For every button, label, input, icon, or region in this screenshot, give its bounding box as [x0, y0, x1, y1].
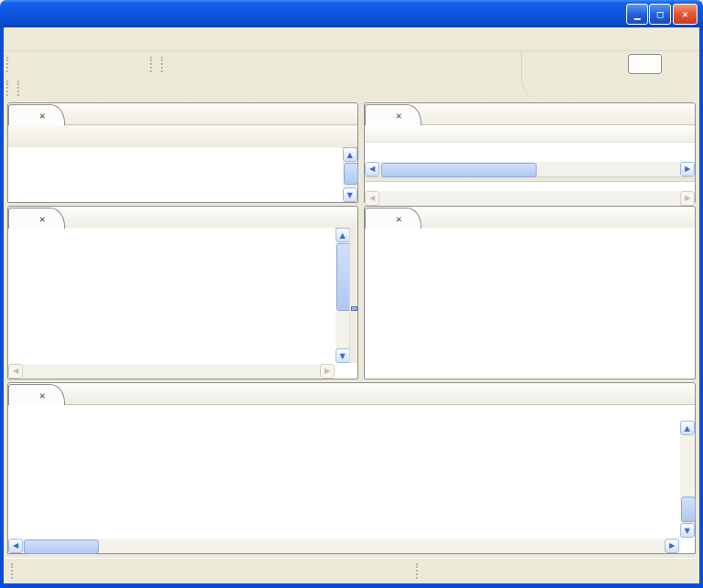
scroll-up-icon[interactable]: ▲: [680, 421, 695, 435]
minimize-view-button[interactable]: [319, 105, 336, 123]
maximize-view-button[interactable]: [675, 208, 692, 226]
tab-tasks[interactable]: [65, 384, 95, 404]
tab-hello-go[interactable]: ✕: [8, 208, 65, 229]
scroll-right-icon[interactable]: ▶: [665, 539, 679, 553]
console-hscrollbar[interactable]: ◀ ▶: [8, 538, 679, 553]
titlebar[interactable]: ▁ □ ✕: [0, 0, 703, 27]
maximize-view-button[interactable]: [337, 105, 355, 123]
perspective-switcher: [605, 53, 694, 75]
tab-variables[interactable]: ✕: [365, 104, 421, 125]
scroll-up-icon[interactable]: ▲: [343, 147, 357, 162]
window-border-right: [699, 27, 703, 583]
editor-hscrollbar-disabled: ◀ ▶: [8, 363, 335, 379]
close-icon[interactable]: ✕: [396, 110, 402, 122]
perspective-bar-divider: [521, 51, 544, 99]
scroll-left-icon[interactable]: ◀: [8, 539, 23, 553]
status-bar: [4, 558, 699, 583]
scroll-down-icon[interactable]: ▼: [343, 187, 357, 202]
tab-outline[interactable]: ✕: [365, 208, 421, 229]
window-close-button[interactable]: ✕: [673, 4, 698, 25]
overview-ruler[interactable]: [349, 228, 357, 363]
editor-vscrollbar[interactable]: ▲ ▼: [335, 228, 350, 363]
minimize-view-button[interactable]: [319, 208, 336, 226]
variables-table-empty[interactable]: [365, 143, 695, 161]
outline-tree: [365, 228, 695, 379]
debug-tree-vscrollbar[interactable]: ▲ ▼: [342, 147, 357, 202]
window-border-left: [0, 27, 4, 583]
console-icon: [14, 388, 28, 402]
debug-perspective-icon: [634, 57, 648, 71]
scroll-right-icon[interactable]: ▶: [680, 162, 695, 176]
perspective-debug-button[interactable]: [628, 54, 662, 74]
close-icon[interactable]: ✕: [396, 213, 402, 225]
debug-view-icon: [14, 108, 28, 123]
window-minimize-button[interactable]: ▁: [626, 4, 648, 25]
scroll-up-icon[interactable]: ▲: [336, 228, 350, 242]
scroll-down-icon[interactable]: ▼: [336, 348, 350, 363]
outline-view: ✕: [364, 206, 696, 380]
open-perspective-button[interactable]: [605, 56, 623, 73]
minimize-view-button[interactable]: [656, 208, 674, 226]
scroll-left-icon: ◀: [8, 364, 23, 379]
code-editor-area[interactable]: [8, 228, 335, 363]
fast-view-button[interactable]: [19, 562, 37, 580]
scroll-right-icon: ▶: [680, 191, 695, 206]
console-vscrollbar[interactable]: ▲ ▼: [679, 421, 695, 538]
console-view: ✕ ▲ ▼ ◀ ▶: [7, 382, 696, 554]
breakpoints-icon: [426, 107, 441, 122]
close-icon[interactable]: ✕: [39, 213, 46, 225]
close-icon[interactable]: ✕: [39, 390, 46, 401]
go-perspective-icon: [671, 57, 686, 71]
variables-icon: [370, 108, 385, 123]
eclipse-window: { "window": {"title": "Debug - testGo/sr…: [0, 0, 703, 588]
maximize-view-button[interactable]: [337, 208, 355, 226]
outline-icon: [370, 211, 385, 226]
close-icon[interactable]: ✕: [39, 110, 46, 122]
scroll-left-icon[interactable]: ◀: [365, 162, 379, 176]
tab-breakpoints[interactable]: [421, 104, 452, 124]
main-toolbar: [4, 51, 699, 101]
editor-view: ✕ ▲ ▼ ◀ ▶: [7, 206, 358, 380]
minimize-view-button[interactable]: [656, 385, 674, 402]
perspective-go-button[interactable]: [667, 55, 694, 73]
go-file-icon: [14, 211, 28, 226]
window-maximize-button[interactable]: □: [649, 4, 671, 25]
variables-hscrollbar[interactable]: ◀ ▶: [365, 161, 695, 176]
minimize-view-button[interactable]: [656, 105, 674, 123]
variables-view: ✕ ◀ ▶ ◀ ▶: [364, 102, 696, 203]
scroll-down-icon[interactable]: ▼: [680, 523, 695, 538]
debug-launch-tree: [8, 147, 341, 202]
maximize-view-button[interactable]: [675, 385, 692, 402]
maximize-view-button[interactable]: [675, 105, 692, 123]
console-process-label: [8, 405, 695, 422]
menubar: [4, 27, 699, 51]
column-header-name[interactable]: [365, 127, 368, 140]
eclipse-logo-icon: [6, 6, 22, 22]
scroll-right-icon: ▶: [320, 364, 335, 379]
variables-detail-pane[interactable]: [365, 182, 695, 190]
tasks-icon: [69, 387, 84, 401]
tab-console[interactable]: ✕: [8, 384, 65, 405]
debug-view: ✕ ▲ ▼: [7, 102, 358, 203]
detail-hscrollbar-disabled: ◀ ▶: [365, 190, 695, 206]
tab-debug[interactable]: ✕: [8, 104, 65, 125]
scroll-left-icon: ◀: [365, 191, 379, 206]
annotation-marker[interactable]: [351, 306, 357, 311]
